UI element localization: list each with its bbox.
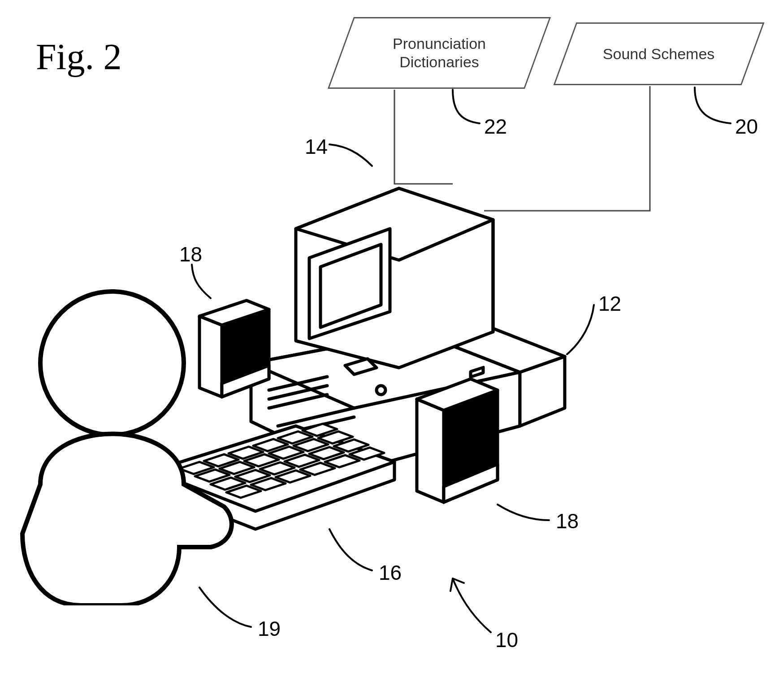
leader-lines — [0, 0, 779, 700]
label-22: 22 — [484, 114, 507, 139]
label-18-bottom: 18 — [556, 509, 579, 533]
label-16: 16 — [379, 561, 402, 585]
label-10: 10 — [495, 628, 518, 652]
label-18-top: 18 — [179, 242, 202, 266]
diagram-canvas: Fig. 2 Pronunciation Dictionaries Sound … — [0, 0, 779, 700]
label-12: 12 — [598, 291, 621, 316]
label-19: 19 — [258, 617, 281, 641]
label-14: 14 — [305, 135, 328, 159]
label-20: 20 — [735, 114, 758, 139]
